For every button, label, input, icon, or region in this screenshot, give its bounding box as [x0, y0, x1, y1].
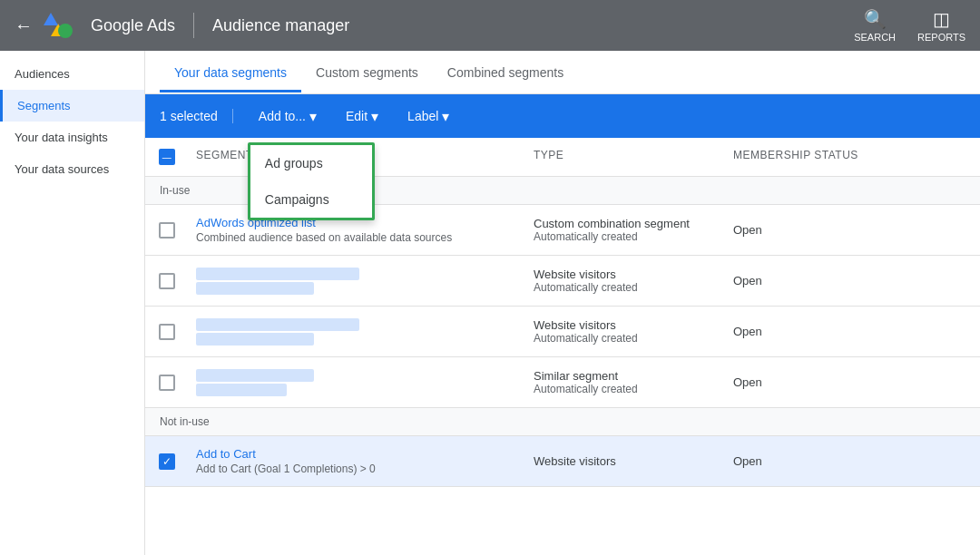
edit-button[interactable]: Edit ▾	[335, 102, 389, 131]
sidebar: Audiences Segments Your data insights Yo…	[0, 51, 145, 555]
app-name: Google Ads	[91, 16, 175, 35]
topbar: ← Google Ads Audience manager 🔍 SEARCH ◫…	[0, 0, 980, 51]
add-to-dropdown-container: Add to... ▾ Ad groups Campaigns	[248, 102, 328, 131]
action-bar: 1 selected Add to... ▾ Ad groups Campaig…	[145, 94, 980, 138]
row3-status: Open	[726, 316, 907, 347]
row3-checkbox-cell[interactable]	[145, 315, 189, 349]
row5-checkbox[interactable]	[159, 453, 175, 470]
tab-custom-segments[interactable]: Custom segments	[301, 53, 433, 92]
row4-status: Open	[726, 366, 907, 398]
row2-checkbox-cell[interactable]	[145, 264, 189, 298]
google-ads-logo	[44, 11, 80, 40]
main-content: Your data segments Custom segments Combi…	[145, 51, 980, 555]
row4-checkbox-cell[interactable]	[145, 365, 189, 400]
sidebar-item-audiences[interactable]: Audiences	[0, 58, 144, 90]
sidebar-item-segments[interactable]: Segments	[0, 90, 144, 122]
row5-type: Website visitors	[526, 445, 726, 477]
row2-segment-name	[189, 257, 526, 306]
search-icon: 🔍	[864, 8, 887, 30]
add-to-button[interactable]: Add to... ▾	[248, 102, 328, 131]
select-all-checkbox[interactable]	[159, 149, 175, 165]
logo-icon	[44, 11, 73, 40]
label-chevron-icon: ▾	[442, 108, 449, 125]
row4-more	[907, 374, 980, 392]
chevron-down-icon: ▾	[309, 108, 317, 125]
row1-type: Custom combination segment Automatically…	[526, 208, 726, 252]
svg-point-2	[58, 24, 73, 38]
topbar-actions: 🔍 SEARCH ◫ REPORTS	[854, 8, 965, 43]
row3-type: Website visitors Automatically created	[526, 309, 726, 354]
page-title: Audience manager	[212, 16, 854, 35]
table-row: Add to Cart Add to Cart (Goal 1 Completi…	[145, 436, 980, 487]
row4-desc-blur	[196, 384, 287, 396]
back-button[interactable]: ←	[15, 15, 33, 36]
table-row: Similar segment Automatically created Op…	[145, 357, 980, 408]
row3-name-blur	[196, 318, 359, 331]
table-row: Website visitors Automatically created O…	[145, 256, 980, 307]
row3-more	[907, 323, 980, 341]
row1-segment-desc: Combined audience based on available dat…	[196, 231, 519, 244]
topbar-divider	[193, 13, 194, 38]
row2-desc-blur	[196, 282, 314, 295]
row5-more	[907, 453, 980, 471]
row1-status: Open	[726, 214, 907, 246]
row3-checkbox[interactable]	[159, 324, 175, 340]
tab-combined-segments[interactable]: Combined segments	[433, 53, 578, 92]
row4-type: Similar segment Automatically created	[526, 360, 726, 404]
row1-more	[907, 221, 980, 239]
search-label: SEARCH	[854, 32, 896, 43]
sidebar-item-data-insights[interactable]: Your data insights	[0, 122, 144, 153]
row5-segment-desc: Add to Cart (Goal 1 Completions) > 0	[196, 462, 519, 475]
reports-label: REPORTS	[917, 32, 965, 43]
table-row: Website visitors Automatically created O…	[145, 307, 980, 357]
row3-segment-name	[189, 307, 526, 356]
main-layout: Audiences Segments Your data insights Yo…	[0, 51, 980, 555]
row4-name-blur	[196, 369, 314, 382]
dropdown-item-campaigns[interactable]: Campaigns	[250, 181, 372, 218]
label-button[interactable]: Label ▾	[397, 102, 460, 131]
reports-button[interactable]: ◫ REPORTS	[917, 8, 965, 43]
sidebar-item-data-sources[interactable]: Your data sources	[0, 153, 144, 185]
row4-checkbox[interactable]	[159, 375, 175, 391]
reports-icon: ◫	[933, 8, 950, 30]
svg-marker-1	[44, 13, 58, 25]
th-type: Type	[526, 138, 726, 176]
row1-checkbox[interactable]	[159, 222, 175, 239]
add-to-dropdown-menu: Ad groups Campaigns	[248, 142, 375, 220]
tab-your-data-segments[interactable]: Your data segments	[160, 53, 301, 92]
row2-checkbox[interactable]	[159, 273, 175, 289]
th-checkbox	[145, 138, 189, 176]
row2-more	[907, 272, 980, 290]
row2-name-blur	[196, 268, 359, 280]
row3-desc-blur	[196, 333, 314, 346]
tab-bar: Your data segments Custom segments Combi…	[145, 51, 980, 94]
edit-chevron-icon: ▾	[371, 108, 378, 125]
th-membership-status: Membership status	[726, 138, 907, 176]
row5-checkbox-cell[interactable]	[145, 444, 189, 479]
row5-segment-link[interactable]: Add to Cart	[196, 447, 256, 461]
row5-segment-name: Add to Cart Add to Cart (Goal 1 Completi…	[189, 438, 526, 484]
row4-segment-name	[189, 358, 526, 407]
th-more	[907, 138, 980, 176]
row-checkbox[interactable]	[145, 213, 189, 248]
section-label-not-in-use: Not in-use	[145, 408, 980, 436]
row2-type: Website visitors Automatically created	[526, 258, 726, 303]
selected-count: 1 selected	[160, 109, 233, 123]
search-button[interactable]: 🔍 SEARCH	[854, 8, 896, 43]
dropdown-item-ad-groups[interactable]: Ad groups	[250, 145, 372, 181]
row5-status: Open	[726, 445, 907, 477]
row2-status: Open	[726, 265, 907, 297]
